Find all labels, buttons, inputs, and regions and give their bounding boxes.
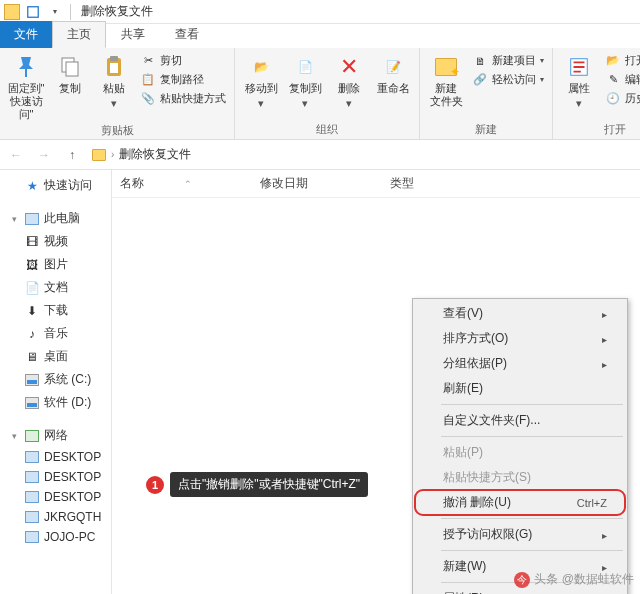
- group-label-organize: 组织: [241, 121, 413, 138]
- sidebar-item-desktop[interactable]: 🖥桌面: [0, 345, 111, 368]
- sidebar-drive-d[interactable]: 软件 (D:): [0, 391, 111, 414]
- newitem-button[interactable]: 🗎新建项目 ▾: [470, 52, 546, 69]
- sidebar-item-pictures[interactable]: 🖼图片: [0, 253, 111, 276]
- sort-indicator-icon: ⌃: [144, 179, 192, 189]
- address-bar: ← → ↑ › 删除恢复文件: [0, 140, 640, 170]
- qat-dropdown[interactable]: ▾: [44, 2, 66, 22]
- col-date[interactable]: 修改日期: [252, 175, 382, 192]
- sidebar-net-pc[interactable]: DESKTOP: [0, 467, 111, 487]
- svg-rect-0: [28, 6, 39, 17]
- ctx-view[interactable]: 查看(V): [415, 301, 625, 326]
- newfolder-button[interactable]: ✦新建 文件夹: [426, 50, 466, 108]
- folder-icon: [92, 149, 106, 161]
- sidebar-item-documents[interactable]: 📄文档: [0, 276, 111, 299]
- open-button[interactable]: 📂打开 ▾: [603, 52, 640, 69]
- group-label-new: 新建: [426, 121, 546, 138]
- copyto-button[interactable]: 📄复制到▾: [285, 50, 325, 110]
- copy-button[interactable]: 复制: [50, 50, 90, 95]
- history-button[interactable]: 🕘历史记录: [603, 90, 640, 107]
- ribbon-group-organize: 📂移动到▾ 📄复制到▾ ✕删除▾ 📝重命名 组织: [235, 48, 420, 139]
- properties-button[interactable]: 属性▾: [559, 50, 599, 110]
- context-menu: 查看(V) 排序方式(O) 分组依据(P) 刷新(E) 自定义文件夹(F)...…: [412, 298, 628, 594]
- ctx-paste-shortcut: 粘贴快捷方式(S): [415, 465, 625, 490]
- copypath-button[interactable]: 📋复制路径: [138, 71, 228, 88]
- sidebar-net-pc[interactable]: JKRGQTH: [0, 507, 111, 527]
- ribbon-tabs: 文件 主页 共享 查看: [0, 24, 640, 48]
- sidebar-drive-c[interactable]: 系统 (C:): [0, 368, 111, 391]
- ctx-group[interactable]: 分组依据(P): [415, 351, 625, 376]
- sidebar-item-videos[interactable]: 🎞视频: [0, 230, 111, 253]
- ribbon-group-clipboard: 固定到" 快速访问" 复制 粘贴▾ ✂剪切 📋复制路径 📎粘贴快捷方式 剪贴板: [0, 48, 235, 139]
- sidebar-net-pc[interactable]: DESKTOP: [0, 487, 111, 507]
- sidebar-network[interactable]: ▾网络: [0, 424, 111, 447]
- easyaccess-button[interactable]: 🔗轻松访问 ▾: [470, 71, 546, 88]
- separator: [441, 436, 623, 437]
- sidebar-item-music[interactable]: ♪音乐: [0, 322, 111, 345]
- edit-button[interactable]: ✎编辑: [603, 71, 640, 88]
- separator: [441, 404, 623, 405]
- ctx-sort[interactable]: 排序方式(O): [415, 326, 625, 351]
- sidebar-net-pc[interactable]: JOJO-PC: [0, 527, 111, 547]
- folder-icon: [4, 4, 20, 20]
- up-button[interactable]: ↑: [60, 143, 84, 167]
- tab-file[interactable]: 文件: [0, 21, 52, 48]
- separator: [441, 550, 623, 551]
- col-name[interactable]: 名称⌃: [112, 175, 252, 192]
- column-headers: 名称⌃ 修改日期 类型: [112, 170, 640, 198]
- sidebar-net-pc[interactable]: DESKTOP: [0, 447, 111, 467]
- separator: [70, 4, 71, 20]
- ribbon: 固定到" 快速访问" 复制 粘贴▾ ✂剪切 📋复制路径 📎粘贴快捷方式 剪贴板 …: [0, 48, 640, 140]
- qat-item[interactable]: [22, 2, 44, 22]
- svg-rect-6: [110, 63, 118, 73]
- tab-view[interactable]: 查看: [160, 21, 214, 48]
- breadcrumb-current[interactable]: 删除恢复文件: [119, 146, 191, 163]
- separator: [441, 518, 623, 519]
- ctx-properties[interactable]: 属性(R): [415, 586, 625, 594]
- ctx-customize[interactable]: 自定义文件夹(F)...: [415, 408, 625, 433]
- sidebar-this-pc[interactable]: ▾此电脑: [0, 207, 111, 230]
- ctx-paste: 粘贴(P): [415, 440, 625, 465]
- ctx-refresh[interactable]: 刷新(E): [415, 376, 625, 401]
- ctx-grant-access[interactable]: 授予访问权限(G): [415, 522, 625, 547]
- group-label-open: 打开: [559, 121, 640, 138]
- pasteshortcut-button[interactable]: 📎粘贴快捷方式: [138, 90, 228, 107]
- ctx-undo-delete[interactable]: 撤消 删除(U)Ctrl+Z: [415, 490, 625, 515]
- svg-rect-5: [110, 56, 118, 61]
- cut-button[interactable]: ✂剪切: [138, 52, 228, 69]
- forward-button[interactable]: →: [32, 143, 56, 167]
- window-title: 删除恢复文件: [81, 3, 153, 20]
- back-button[interactable]: ←: [4, 143, 28, 167]
- tab-home[interactable]: 主页: [52, 21, 106, 48]
- col-type[interactable]: 类型: [382, 175, 492, 192]
- group-label-clipboard: 剪贴板: [6, 122, 228, 139]
- svg-rect-3: [66, 62, 78, 76]
- delete-button[interactable]: ✕删除▾: [329, 50, 369, 110]
- ribbon-group-open: 属性▾ 📂打开 ▾ ✎编辑 🕘历史记录 打开: [553, 48, 640, 139]
- chevron-right-icon: ›: [108, 149, 117, 160]
- rename-button[interactable]: 📝重命名: [373, 50, 413, 95]
- separator: [441, 582, 623, 583]
- breadcrumb-path[interactable]: › 删除恢复文件: [88, 146, 636, 163]
- navigation-pane: ★快速访问 ▾此电脑 🎞视频 🖼图片 📄文档 ⬇下载 ♪音乐 🖥桌面 系统 (C…: [0, 170, 112, 594]
- sidebar-quick-access[interactable]: ★快速访问: [0, 174, 111, 197]
- ctx-new[interactable]: 新建(W): [415, 554, 625, 579]
- paste-button[interactable]: 粘贴▾: [94, 50, 134, 110]
- ribbon-group-new: ✦新建 文件夹 🗎新建项目 ▾ 🔗轻松访问 ▾ 新建: [420, 48, 553, 139]
- tab-share[interactable]: 共享: [106, 21, 160, 48]
- sidebar-item-downloads[interactable]: ⬇下载: [0, 299, 111, 322]
- svg-rect-1: [25, 69, 27, 77]
- pin-button[interactable]: 固定到" 快速访问": [6, 50, 46, 122]
- moveto-button[interactable]: 📂移动到▾: [241, 50, 281, 110]
